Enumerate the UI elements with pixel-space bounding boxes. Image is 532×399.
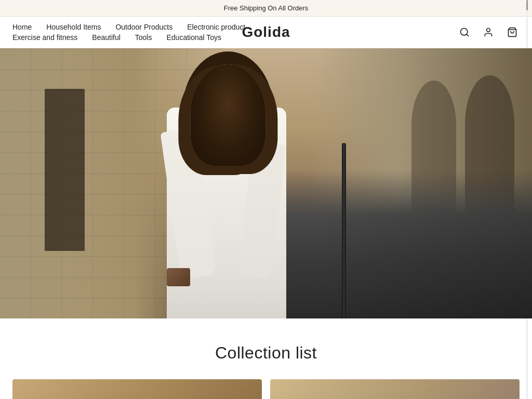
nav-secondary: Exercise and fitness Beautiful Tools Edu… — [12, 33, 221, 42]
cart-icon — [507, 27, 517, 37]
account-button[interactable] — [481, 25, 496, 39]
search-icon — [459, 27, 470, 37]
nav-tools[interactable]: Tools — [135, 33, 152, 42]
hero-hair — [190, 64, 265, 166]
header-icons — [457, 25, 520, 39]
account-icon — [483, 27, 494, 37]
collection-card-2[interactable] — [270, 379, 520, 399]
nav-beautiful[interactable]: Beautiful — [92, 33, 120, 42]
hero-building-door — [45, 89, 85, 251]
search-button[interactable] — [457, 25, 472, 39]
scrollbar-thumb[interactable] — [526, 0, 528, 10]
nav-outdoor-products[interactable]: Outdoor Products — [115, 23, 172, 31]
hero-section — [0, 48, 532, 318]
svg-line-1 — [467, 34, 469, 36]
svg-point-2 — [487, 29, 490, 32]
site-header: Golida Home Household Items Outdoor Prod… — [0, 17, 532, 48]
collection-section: Collection list — [0, 318, 532, 399]
hero-person-container — [133, 48, 320, 318]
announcement-text: Free Shipping On All Orders — [224, 4, 309, 12]
collection-grid — [12, 379, 520, 399]
header-inner: Golida Home Household Items Outdoor Prod… — [12, 17, 520, 48]
announcement-bar: Free Shipping On All Orders — [0, 0, 532, 17]
hero-bag — [167, 268, 190, 286]
nav-educational-toys[interactable]: Educational Toys — [166, 33, 221, 42]
nav-exercise-fitness[interactable]: Exercise and fitness — [12, 33, 77, 42]
hero-pole — [342, 143, 346, 318]
collection-card-1[interactable] — [12, 379, 262, 399]
collection-title: Collection list — [12, 343, 520, 363]
nav-household-items[interactable]: Household Items — [46, 23, 101, 31]
site-logo[interactable]: Golida — [242, 24, 290, 41]
nav-home[interactable]: Home — [12, 23, 32, 31]
nav-primary: Home Household Items Outdoor Products El… — [12, 23, 245, 31]
cart-button[interactable] — [505, 25, 520, 39]
nav-electronic-product[interactable]: Electronic product — [187, 23, 245, 31]
